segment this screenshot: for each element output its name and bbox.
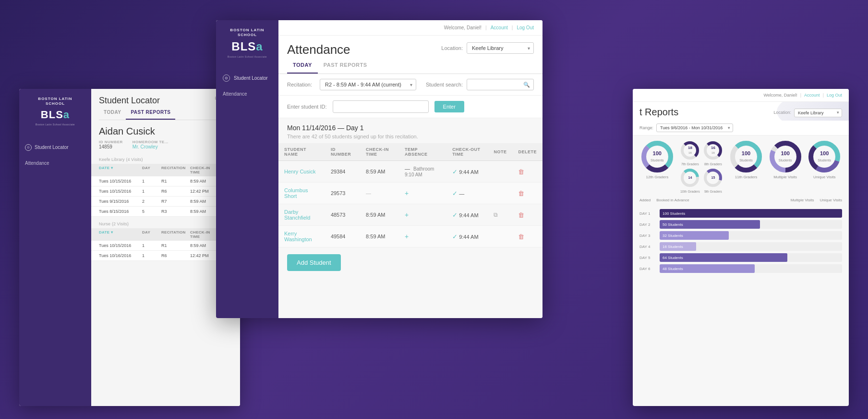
tab-past-reports-mid[interactable]: PAST REPORTS — [318, 57, 373, 74]
enter-button[interactable]: Enter — [434, 101, 464, 112]
donut-7th-label: 1816 — [688, 146, 692, 155]
bar-fill-6: 48 Students — [660, 264, 755, 273]
logout-link-right[interactable]: Log Out — [827, 93, 842, 98]
student-name-cell[interactable]: Kerry Washington — [278, 226, 325, 247]
temp-absence-cell: — Bathroom 9:10 AM — [399, 161, 446, 183]
chart-multiple: 100Students Multiple Visits — [769, 140, 802, 179]
student-name-cell[interactable]: Henry Cusick — [278, 161, 325, 183]
tab-today-left[interactable]: TODAY — [99, 106, 126, 120]
th-checkin-time: CHECK-IN TIME — [360, 143, 399, 161]
th-note: NOTE — [488, 143, 512, 161]
sidebar-item-attendance[interactable]: Attendance — [19, 156, 91, 171]
th-checkout-time: CHECK-OUT TIME — [446, 143, 488, 161]
th-student-name: STUDENT NAME — [278, 143, 325, 161]
mid-nav-locator-label: Student Locator — [234, 75, 268, 81]
student-locator-panel: Boston Latin School BLSa Boston Latin Sc… — [19, 89, 240, 406]
donut-7th: 1816 — [680, 140, 700, 160]
tab-today-mid[interactable]: TODAY — [287, 57, 318, 74]
th-delete: DELETE — [512, 143, 542, 161]
legend-booked: Booked in Advance — [656, 198, 689, 202]
bar-row-2: DAY 2 50 Students — [639, 220, 842, 229]
mid-nav-attendance[interactable]: Attendance — [216, 86, 278, 101]
location-label-mid: Location: — [441, 45, 463, 51]
bar-day-3: DAY 3 — [639, 234, 657, 238]
welcome-right: Welcome, Daniel! — [763, 93, 797, 98]
checkin-cell: 8:59 AM — [360, 226, 399, 247]
left-sidebar: Boston Latin School BLSa Boston Latin Sc… — [19, 89, 91, 406]
th-day: DAY — [142, 166, 161, 174]
right-topbar: Welcome, Daniel! | Account | Log Out — [633, 89, 849, 102]
attendance-table: STUDENT NAME ID NUMBER CHECK-IN TIME TEM… — [278, 143, 542, 247]
th-date-nurse[interactable]: DATE ▾ — [99, 230, 142, 239]
donut-multiple-label: 100Students — [779, 150, 792, 163]
account-link-mid[interactable]: Account — [491, 25, 508, 30]
logout-link-mid[interactable]: Log Out — [517, 25, 534, 30]
student-name: Aidan Cusick — [99, 126, 232, 137]
chart-8th-label: 8th Graders — [704, 162, 722, 166]
student-id-input[interactable] — [333, 100, 429, 113]
donut-12th-label: 100Students — [651, 150, 664, 163]
delete-icon[interactable]: 🗑 — [518, 211, 524, 219]
checkout-cell: ✓ 9:44 AM — [446, 161, 488, 183]
mid-school-name: Boston Latin — [228, 28, 267, 33]
mid-topbar: Welcome, Daniel! | Account | Log Out — [278, 20, 542, 36]
tab-past-reports-left[interactable]: PAST REPORTS — [126, 106, 175, 120]
bar-row-4: DAY 4 16 Students — [639, 242, 842, 251]
date-range-select-wrapper: Tues 9/6/2016 - Mon 10/31/2016 — [656, 123, 733, 132]
mid-nav-student-locator[interactable]: ⊙ Student Locator — [216, 70, 278, 86]
check-icon: ✓ — [452, 211, 458, 219]
plus-icon[interactable]: + — [405, 233, 409, 240]
bar-track-5: 64 Students — [660, 253, 842, 262]
plus-icon[interactable]: + — [405, 189, 409, 197]
chart-unique: 100Students Unique Visits — [808, 140, 841, 193]
date-sub: There are 42 of 50 students signed up fo… — [278, 134, 542, 143]
student-name-cell[interactable]: Darby Stanchfield — [278, 204, 325, 226]
delete-cell: 🗑 — [512, 161, 542, 183]
donut-unique-label: 100Students — [818, 150, 831, 163]
recitation-select[interactable]: R2 - 8:59 AM - 9:44 AM (current) — [320, 79, 416, 90]
copy-icon[interactable]: ⧉ — [494, 211, 498, 218]
bar-fill-1: 100 Students — [660, 209, 842, 218]
table-row: Darby Stanchfield 48573 8:59 AM + ✓ 9:44… — [278, 204, 542, 226]
left-panel-title: Student Locator — [99, 96, 160, 106]
sidebar-item-student-locator[interactable]: ⊙ Student Locator — [19, 139, 91, 156]
plus-icon[interactable]: + — [405, 211, 409, 219]
mid-filters: Recitation: R2 - 8:59 AM - 9:44 AM (curr… — [278, 74, 542, 96]
date-heading: Mon 11/14/2016 — Day 1 — [278, 118, 542, 134]
recitation-select-wrapper: R2 - 8:59 AM - 9:44 AM (current) — [320, 79, 416, 90]
temp-absence-cell: + — [399, 204, 446, 226]
id-label: ID NUMBER — [99, 140, 123, 144]
legend-unique: Unique Visits — [820, 198, 842, 202]
check-icon: ✓ — [452, 168, 458, 175]
delete-icon[interactable]: 🗑 — [518, 168, 524, 175]
table-head: STUDENT NAME ID NUMBER CHECK-IN TIME TEM… — [278, 143, 542, 161]
bar-row-6: DAY 6 48 Students — [639, 264, 842, 273]
date-range-select[interactable]: Tues 9/6/2016 - Mon 10/31/2016 — [656, 123, 733, 132]
add-student-button[interactable]: Add Student — [287, 254, 341, 271]
table-row: Henry Cusick 29384 8:59 AM — Bathroom 9:… — [278, 161, 542, 183]
donut-11th: 100Students — [730, 140, 762, 173]
attendance-tbody: Henry Cusick 29384 8:59 AM — Bathroom 9:… — [278, 161, 542, 247]
delete-icon[interactable]: 🗑 — [518, 233, 524, 240]
checkout-cell: ✓ 9:44 AM — [446, 204, 488, 226]
donut-8th-label: 1616 — [711, 146, 715, 155]
th-temp-absence: TEMP ABSENCE — [399, 143, 446, 161]
account-link-right[interactable]: Account — [804, 93, 820, 98]
legend-added: Added — [639, 198, 651, 202]
chart-11th: 100Students 11th Graders — [730, 140, 762, 193]
chart-12th: 100Students 12th Graders — [641, 140, 674, 193]
bar-day-2: DAY 2 — [639, 222, 657, 227]
th-date[interactable]: DATE ▾ — [99, 166, 142, 174]
delete-icon[interactable]: 🗑 — [518, 190, 524, 197]
location-select-mid[interactable]: Keefe Library — [467, 42, 534, 54]
location-select-right[interactable]: Keefe Library — [794, 109, 842, 117]
enter-id-row: Enter student ID: Enter — [278, 96, 542, 118]
donut-9th: 15 — [703, 168, 723, 188]
attendance-main-panel: Boston Latin School BLSa Boston Latin Sc… — [216, 20, 542, 318]
sidebar-item-label: Student Locator — [35, 145, 69, 150]
range-label: Range: — [639, 125, 653, 130]
right-hero: t Reports Location: Keefe Library — [633, 102, 849, 121]
th-checkin: CHECK-IN TIME — [190, 166, 219, 174]
bar-row-1: DAY 1 100 Students — [639, 209, 842, 218]
student-name-cell[interactable]: Columbus Short — [278, 183, 325, 204]
